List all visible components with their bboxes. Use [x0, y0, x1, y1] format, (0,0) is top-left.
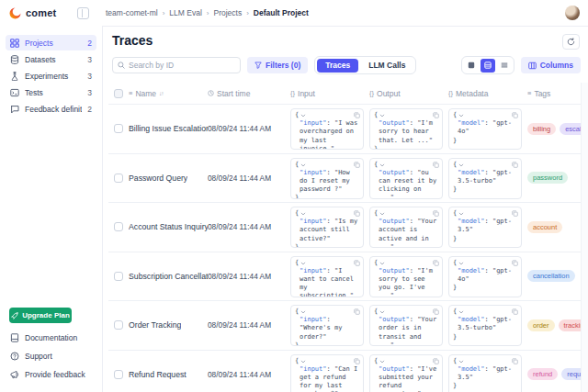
column-header-tags[interactable]: ≡ Tags — [527, 89, 581, 98]
row-checkbox[interactable] — [114, 222, 123, 231]
column-header-name[interactable]: ≡ Name ↓↑ — [129, 89, 208, 98]
copy-icon[interactable] — [433, 112, 439, 118]
tag-pill[interactable]: request — [561, 368, 581, 380]
column-header-start-time[interactable]: Start time — [208, 89, 290, 98]
column-header-input[interactable]: {} Input — [290, 89, 369, 98]
chevron-down-icon[interactable] — [458, 261, 464, 266]
input-cell[interactable]: { "input": "Where's my order?" } — [290, 305, 364, 346]
upgrade-plan-button[interactable]: Upgrade Plan — [9, 308, 72, 323]
metadata-cell[interactable]: { "model": "gpt-4o" } — [448, 256, 522, 297]
output-cell[interactable]: { "output": "I'm sorry to hear that. Let… — [369, 108, 443, 150]
select-all-checkbox[interactable] — [114, 89, 123, 98]
copy-icon[interactable] — [512, 162, 518, 168]
output-cell[interactable]: { "output": "Your order is in transit an… — [369, 305, 443, 346]
search-input[interactable] — [129, 61, 230, 70]
copy-icon[interactable] — [512, 112, 518, 118]
sidebar-item-datasets[interactable]: Datasets 3 — [6, 51, 96, 67]
copy-icon[interactable] — [354, 260, 360, 266]
copy-icon[interactable] — [433, 162, 439, 168]
chevron-down-icon[interactable] — [458, 211, 464, 217]
column-header-output[interactable]: {} Output — [369, 89, 448, 98]
copy-icon[interactable] — [354, 308, 360, 315]
copy-icon[interactable] — [512, 308, 518, 315]
chevron-down-icon[interactable] — [379, 162, 385, 168]
row-checkbox[interactable] — [114, 174, 123, 183]
breadcrumb-project-group[interactable]: LLM Eval — [169, 8, 201, 17]
breadcrumb-workspace[interactable]: team-comet-ml — [106, 8, 158, 17]
table-row[interactable]: Billing Issue Escalation 08/09/24 11:44 … — [108, 105, 581, 154]
copy-icon[interactable] — [433, 308, 439, 315]
scrollbar-gutter[interactable] — [581, 83, 588, 392]
metadata-cell[interactable]: { "model": "gpt-4o" } — [448, 108, 522, 150]
table-row[interactable]: Account Status Inquiry 08/09/24 11:44 AM… — [108, 203, 581, 252]
density-medium-button[interactable] — [481, 59, 495, 73]
refresh-button[interactable] — [562, 34, 580, 50]
chevron-down-icon[interactable] — [300, 211, 306, 217]
tag-pill[interactable]: cancellation — [527, 270, 575, 282]
breadcrumb-section[interactable]: Projects — [213, 8, 242, 17]
row-checkbox[interactable] — [114, 124, 123, 133]
chevron-down-icon[interactable] — [458, 162, 464, 168]
chevron-down-icon[interactable] — [300, 113, 306, 118]
input-cell[interactable]: { "input": "Can I get a refund for my la… — [290, 354, 364, 392]
table-row[interactable]: Password Query 08/09/24 11:44 AM { "inpu… — [108, 154, 581, 204]
metadata-cell[interactable]: { "model": "gpt-3.5-turbo" } — [448, 305, 522, 346]
table-row[interactable]: Subscription Cancellation 08/09/24 11:44… — [108, 252, 581, 302]
sidebar-item-experiments[interactable]: Experiments 3 — [6, 68, 96, 84]
chevron-down-icon[interactable] — [300, 162, 306, 168]
sidebar-item-documentation[interactable]: Documentation — [6, 330, 96, 345]
chevron-down-icon[interactable] — [379, 309, 385, 315]
output-cell[interactable]: { "output": "Your account is active and … — [369, 207, 443, 248]
sidebar-item-support[interactable]: Support — [6, 349, 96, 364]
tag-pill[interactable]: refund — [527, 368, 558, 380]
output-cell[interactable]: { "output": "I'm sorry to see you go. I'… — [369, 256, 443, 297]
chevron-down-icon[interactable] — [458, 113, 464, 118]
table-row[interactable]: Refund Request 08/09/24 11:44 AM { "inpu… — [108, 351, 581, 392]
input-cell[interactable]: { "input": "I was overcharged on my last… — [290, 108, 364, 150]
density-small-button[interactable] — [464, 59, 479, 73]
tag-pill[interactable]: password — [527, 172, 568, 184]
filters-button[interactable]: Filters (0) — [247, 57, 308, 73]
metadata-cell[interactable]: { "model": "gpt-3.5" } — [448, 354, 522, 392]
row-checkbox[interactable] — [114, 370, 123, 379]
copy-icon[interactable] — [512, 210, 518, 217]
copy-icon[interactable] — [354, 162, 360, 168]
copy-icon[interactable] — [433, 358, 439, 364]
copy-icon[interactable] — [512, 260, 518, 266]
sidebar-item-provide-feedback[interactable]: Provide feedback — [6, 367, 96, 382]
tag-pill[interactable]: account — [527, 221, 562, 233]
chevron-down-icon[interactable] — [300, 261, 306, 266]
sidebar-item-projects[interactable]: Projects 2 — [6, 35, 96, 50]
columns-button[interactable]: Columns — [521, 57, 581, 73]
tab-llm-calls[interactable]: LLM Calls — [360, 59, 413, 73]
copy-icon[interactable] — [512, 358, 518, 364]
tag-pill[interactable]: order — [527, 319, 555, 331]
chevron-down-icon[interactable] — [379, 359, 385, 364]
chevron-down-icon[interactable] — [379, 211, 385, 217]
tag-pill[interactable]: tracking — [559, 319, 581, 331]
copy-icon[interactable] — [354, 112, 360, 118]
search-box[interactable] — [112, 57, 241, 73]
input-cell[interactable]: { "input": "I want to cancel my subscrip… — [290, 256, 364, 297]
tag-pill[interactable]: escalation — [560, 123, 581, 135]
chevron-down-icon[interactable] — [458, 359, 464, 364]
sort-icon[interactable]: ↓↑ — [159, 90, 164, 96]
chevron-down-icon[interactable] — [379, 261, 385, 266]
copy-icon[interactable] — [354, 210, 360, 217]
density-large-button[interactable] — [497, 59, 512, 73]
sidebar-item-tests[interactable]: Tests 3 — [6, 84, 96, 100]
copy-icon[interactable] — [433, 260, 439, 266]
sidebar-item-feedback-definitions[interactable]: Feedback definitions 2 — [6, 101, 96, 117]
metadata-cell[interactable]: { "model": "gpt-3.5" } — [448, 207, 522, 248]
chevron-down-icon[interactable] — [379, 113, 385, 118]
row-checkbox[interactable] — [114, 272, 123, 281]
column-header-metadata[interactable]: {} Metadata — [448, 89, 527, 98]
copy-icon[interactable] — [354, 358, 360, 364]
copy-icon[interactable] — [433, 210, 439, 217]
chevron-down-icon[interactable] — [300, 359, 306, 364]
metadata-cell[interactable]: { "model": "gpt-3.5-turbo" } — [448, 158, 522, 199]
tag-pill[interactable]: billing — [527, 123, 556, 135]
input-cell[interactable]: { "input": "Is my account still active?"… — [290, 207, 364, 248]
row-checkbox[interactable] — [114, 320, 123, 330]
chevron-down-icon[interactable] — [300, 309, 306, 315]
